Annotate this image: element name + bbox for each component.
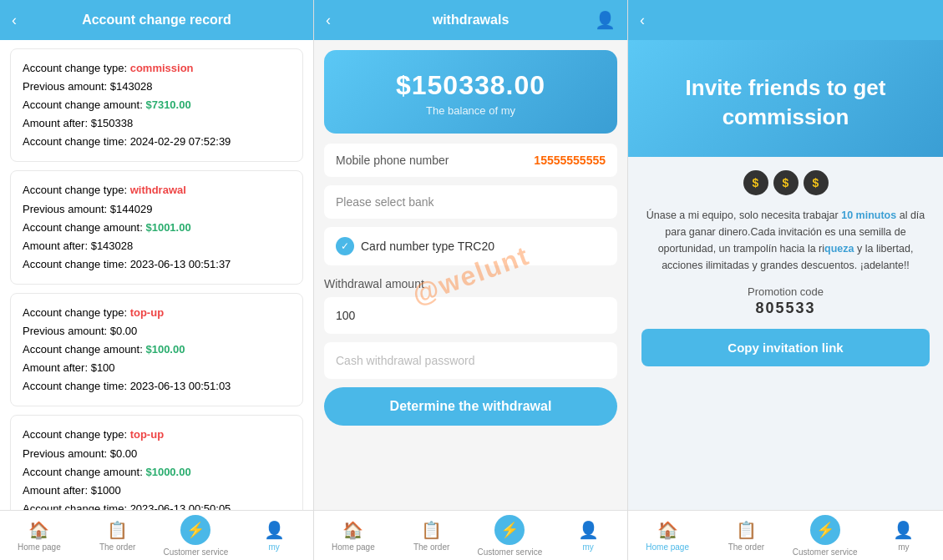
mid-panel: ‹ withdrawals 👤 $150338.00 The balance o… [314, 0, 628, 560]
record-type-label: Account change type: [23, 428, 130, 441]
nav-label: The order [728, 542, 764, 552]
record-type-value: top-up [130, 306, 164, 319]
record-prev: Previous amount: $0.00 [23, 445, 291, 463]
mid-content: $150338.00 The balance of my Mobile phon… [314, 40, 627, 510]
record-after: Amount after: $100 [23, 359, 291, 377]
record-after-value: $143028 [91, 240, 134, 252]
record-prev: Previous amount: $0.00 [23, 322, 291, 341]
nav-item-home-page[interactable]: 🏠Home page [314, 520, 393, 552]
balance-label: The balance of my [337, 104, 604, 117]
nav-item-customer-service[interactable]: ⚡Customer service [157, 515, 236, 557]
left-title: Account change record [82, 13, 231, 28]
withdrawal-amount-input[interactable] [324, 297, 617, 334]
record-card: Account change type: commission Previous… [10, 48, 303, 162]
record-time-value: 2023-06-13 00:51:37 [130, 258, 231, 270]
balance-amount: $150338.00 [337, 70, 604, 101]
nav-item-home-page[interactable]: 🏠Home page [0, 520, 79, 552]
right-back-arrow[interactable]: ‹ [640, 12, 645, 29]
record-type-value: top-up [130, 428, 164, 441]
select-bank-row[interactable]: Please select bank [324, 185, 617, 219]
record-type: Account change type: top-up [23, 426, 291, 444]
nav-icon: 🏠 [657, 520, 678, 540]
record-type-label: Account change type: [23, 306, 130, 319]
record-after-value: $1000 [91, 484, 121, 497]
promo-code-section: Promotion code 805533 [641, 285, 930, 317]
left-bottom-nav: 🏠Home page📋The order⚡Customer service👤my [0, 510, 313, 560]
record-time: Account change time: 2023-06-13 00:51:37 [23, 255, 291, 274]
left-panel: ‹ Account change record Account change t… [0, 0, 314, 560]
nav-icon: 🏠 [28, 520, 49, 540]
card-label: Card number type TRC20 [361, 240, 494, 253]
record-time-value: 2024-02-29 07:52:39 [130, 135, 231, 148]
record-change-value: $1000.00 [145, 466, 190, 478]
record-time-value: 2023-06-13 00:51:03 [130, 380, 231, 392]
nav-item-the-order[interactable]: 📋The order [393, 520, 471, 552]
right-content: Invite friends to get commission $$$ Úna… [628, 40, 943, 510]
withdraw-button[interactable]: Determine the withdrawal [324, 387, 617, 426]
lightning-icon: ⚡ [810, 515, 840, 545]
nav-item-customer-service[interactable]: ⚡Customer service [786, 515, 864, 557]
cash-password-input[interactable] [324, 342, 617, 379]
right-header: ‹ [628, 0, 943, 40]
mid-bottom-nav: 🏠Home page📋The order⚡Customer service👤my [314, 510, 627, 560]
copy-invitation-button[interactable]: Copy invitation link [641, 329, 930, 366]
form-section: Mobile phone number 15555555555 Please s… [314, 144, 627, 265]
nav-label: Home page [646, 542, 689, 552]
user-icon[interactable]: 👤 [595, 10, 616, 30]
mid-back-arrow[interactable]: ‹ [326, 12, 331, 29]
nav-label: The order [413, 542, 449, 552]
mid-header: ‹ withdrawals 👤 [314, 0, 627, 40]
phone-row: Mobile phone number 15555555555 [324, 144, 617, 177]
phone-number: 15555555555 [534, 154, 606, 167]
nav-item-the-order[interactable]: 📋The order [707, 520, 785, 552]
record-time: Account change time: 2023-06-13 00:51:03 [23, 377, 291, 396]
withdrawal-section-title: Withdrawal amount [314, 274, 627, 297]
lightning-icon: ⚡ [494, 515, 525, 545]
record-card: Account change type: withdrawal Previous… [10, 170, 303, 284]
nav-item-my[interactable]: 👤my [864, 520, 943, 552]
phone-label: Mobile phone number [336, 154, 449, 167]
nav-icon: 📋 [736, 520, 757, 540]
nav-item-my[interactable]: 👤my [549, 520, 627, 552]
balance-card: $150338.00 The balance of my [324, 50, 617, 134]
nav-label: Customer service [477, 547, 542, 557]
record-change-value: $100.00 [145, 343, 185, 356]
highlight-riqueza: queza [824, 243, 854, 255]
mid-title: withdrawals [433, 13, 510, 28]
record-change: Account change amount: $100.00 [23, 341, 291, 359]
record-type: Account change type: top-up [23, 304, 291, 322]
invite-banner: Invite friends to get commission [628, 40, 943, 157]
nav-item-my[interactable]: 👤my [235, 520, 313, 552]
left-header: ‹ Account change record [0, 0, 313, 40]
coin-icon: $ [773, 170, 799, 195]
record-after: Amount after: $1000 [23, 482, 291, 500]
select-bank-label: Please select bank [336, 195, 434, 209]
right-body: $$$ Únase a mi equipo, solo necesita tra… [628, 157, 943, 380]
record-card: Account change type: top-up Previous amo… [10, 415, 303, 510]
record-change: Account change amount: $1001.00 [23, 219, 291, 237]
card-type-row: ✓ Card number type TRC20 [324, 227, 617, 265]
nav-icon: 👤 [264, 520, 285, 540]
record-after: Amount after: $150338 [23, 114, 291, 133]
nav-label: Home page [332, 542, 375, 552]
coin-icon: $ [743, 170, 768, 195]
promo-code-value: 805533 [641, 300, 930, 317]
record-type-value: commission [130, 62, 194, 74]
nav-icon: 🏠 [342, 520, 363, 540]
left-back-arrow[interactable]: ‹ [12, 12, 17, 29]
nav-item-customer-service[interactable]: ⚡Customer service [471, 515, 550, 557]
record-type-label: Account change type: [23, 184, 130, 196]
nav-item-home-page[interactable]: 🏠Home page [628, 520, 707, 552]
nav-icon: 📋 [107, 520, 128, 540]
nav-icon: 👤 [893, 520, 914, 540]
record-type-value: withdrawal [130, 184, 186, 196]
nav-icon: 📋 [421, 520, 442, 540]
right-panel: ‹ Invite friends to get commission $$$ Ú… [628, 0, 943, 560]
promo-code-label: Promotion code [641, 285, 930, 298]
record-prev-value: $0.00 [110, 325, 138, 337]
record-type-label: Account change type: [23, 62, 130, 74]
coins-row: $$$ [641, 170, 930, 195]
nav-item-the-order[interactable]: 📋The order [79, 520, 157, 552]
record-time: Account change time: 2023-06-13 00:50:05 [23, 500, 291, 510]
invite-title: Invite friends to get commission [648, 73, 923, 132]
